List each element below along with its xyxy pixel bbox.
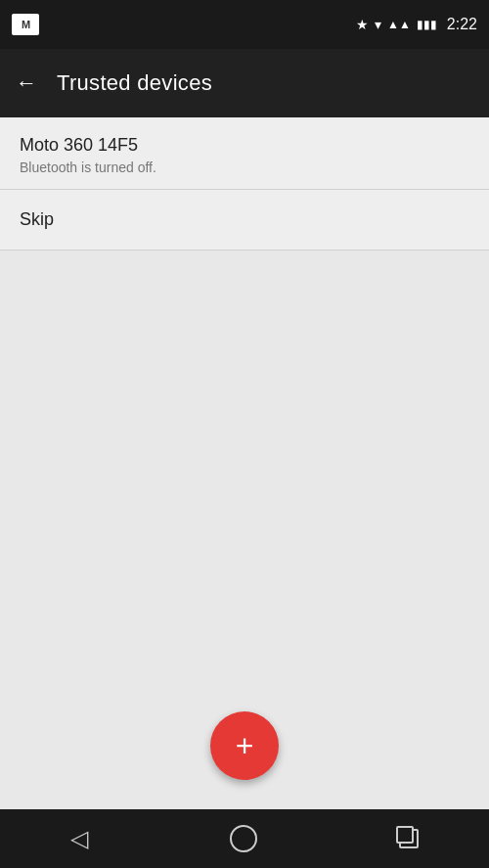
status-bar-right: ★ ▾ ▲▲ ▮▮▮ 2:22 <box>356 16 477 33</box>
app-bar: ← Trusted devices <box>0 49 489 117</box>
star-icon: ★ <box>356 17 369 32</box>
device-name: Moto 360 14F5 <box>20 135 469 156</box>
skip-label: Skip <box>20 209 54 229</box>
time-display: 2:22 <box>447 16 477 33</box>
nav-recents-button[interactable] <box>399 829 419 848</box>
nav-home-button[interactable] <box>230 825 257 852</box>
skip-item[interactable]: Skip <box>0 190 489 250</box>
status-bar-left: M <box>12 14 39 35</box>
back-button[interactable]: ← <box>16 70 37 96</box>
wifi-icon: ▾ <box>375 17 381 32</box>
plus-icon: + <box>236 730 254 761</box>
status-bar: M ★ ▾ ▲▲ ▮▮▮ 2:22 <box>0 0 489 49</box>
battery-icon: ▮▮▮ <box>417 18 437 31</box>
page-title: Trusted devices <box>57 70 212 96</box>
nav-back-button[interactable]: ◁ <box>70 825 88 852</box>
fab-container: + <box>210 711 279 780</box>
signal-icon: ▲▲ <box>387 18 411 31</box>
divider-2 <box>0 250 489 251</box>
device-item[interactable]: Moto 360 14F5 Bluetooth is turned off. <box>0 117 489 189</box>
gmail-icon: M <box>12 14 39 35</box>
add-device-button[interactable]: + <box>210 711 279 780</box>
nav-bar: ◁ <box>0 809 489 868</box>
device-status: Bluetooth is turned off. <box>20 160 469 175</box>
main-content: Moto 360 14F5 Bluetooth is turned off. S… <box>0 117 489 251</box>
